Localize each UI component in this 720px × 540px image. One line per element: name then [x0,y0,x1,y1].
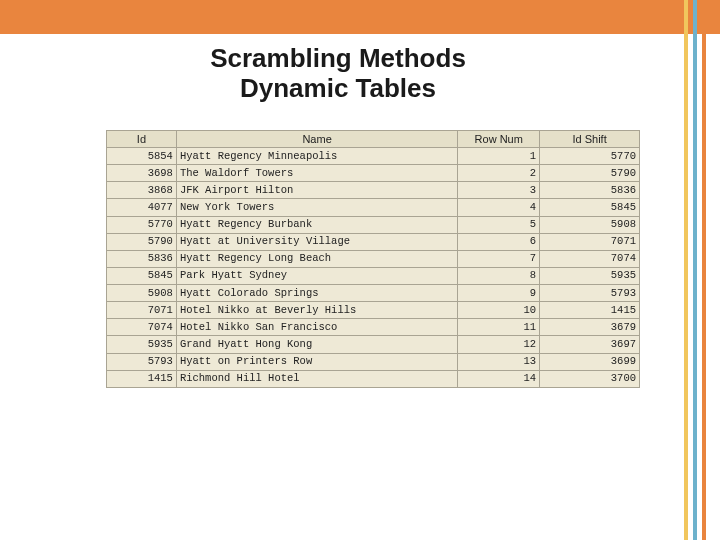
table-row: 3698The Waldorf Towers25790 [107,165,640,182]
cell-id: 7071 [107,302,177,319]
cell-idshift: 1415 [540,302,640,319]
table-row: 5854Hyatt Regency Minneapolis15770 [107,148,640,165]
table-row: 5836Hyatt Regency Long Beach77074 [107,250,640,267]
cell-idshift: 5908 [540,216,640,233]
cell-id: 5854 [107,148,177,165]
table-row: 5908Hyatt Colorado Springs95793 [107,285,640,302]
cell-id: 5836 [107,250,177,267]
cell-id: 7074 [107,319,177,336]
cell-rownum: 5 [458,216,540,233]
table-row: 5790Hyatt at University Village67071 [107,233,640,250]
table-row: 4077New York Towers45845 [107,199,640,216]
cell-rownum: 12 [458,336,540,353]
data-table: Id Name Row Num Id Shift 5854Hyatt Regen… [106,130,640,388]
cell-rownum: 8 [458,267,540,284]
cell-idshift: 5793 [540,285,640,302]
cell-rownum: 10 [458,302,540,319]
cell-idshift: 5845 [540,199,640,216]
cell-name: The Waldorf Towers [176,165,457,182]
title-line-2: Dynamic Tables [240,73,436,103]
side-accent-yellow [684,0,688,540]
table-row: 5935Grand Hyatt Hong Kong123697 [107,336,640,353]
table-container: Id Name Row Num Id Shift 5854Hyatt Regen… [106,130,640,388]
cell-name: Richmond Hill Hotel [176,370,457,387]
cell-name: Hyatt on Printers Row [176,353,457,370]
cell-name: Hotel Nikko San Francisco [176,319,457,336]
top-accent-bar [0,0,720,34]
cell-id: 5793 [107,353,177,370]
cell-idshift: 3700 [540,370,640,387]
cell-idshift: 3699 [540,353,640,370]
cell-rownum: 3 [458,182,540,199]
table-body: 5854Hyatt Regency Minneapolis157703698Th… [107,148,640,388]
cell-id: 5908 [107,285,177,302]
cell-idshift: 5770 [540,148,640,165]
cell-idshift: 7071 [540,233,640,250]
table-row: 7071Hotel Nikko at Beverly Hills101415 [107,302,640,319]
cell-rownum: 2 [458,165,540,182]
cell-rownum: 7 [458,250,540,267]
cell-idshift: 5790 [540,165,640,182]
side-accent-orange [702,0,706,540]
col-header-id: Id [107,131,177,148]
col-header-name: Name [176,131,457,148]
table-row: 5770Hyatt Regency Burbank55908 [107,216,640,233]
cell-rownum: 11 [458,319,540,336]
cell-rownum: 4 [458,199,540,216]
col-header-rownum: Row Num [458,131,540,148]
cell-idshift: 3697 [540,336,640,353]
col-header-idshift: Id Shift [540,131,640,148]
cell-rownum: 13 [458,353,540,370]
cell-rownum: 1 [458,148,540,165]
cell-name: Hyatt Colorado Springs [176,285,457,302]
cell-id: 4077 [107,199,177,216]
slide-title: Scrambling Methods Dynamic Tables [0,44,676,104]
cell-rownum: 9 [458,285,540,302]
cell-id: 3698 [107,165,177,182]
cell-id: 3868 [107,182,177,199]
table-row: 1415Richmond Hill Hotel143700 [107,370,640,387]
cell-name: Hyatt at University Village [176,233,457,250]
table-row: 7074Hotel Nikko San Francisco113679 [107,319,640,336]
cell-id: 5935 [107,336,177,353]
cell-id: 5770 [107,216,177,233]
title-line-1: Scrambling Methods [210,43,466,73]
cell-name: Hotel Nikko at Beverly Hills [176,302,457,319]
cell-rownum: 6 [458,233,540,250]
cell-name: Hyatt Regency Burbank [176,216,457,233]
cell-idshift: 7074 [540,250,640,267]
cell-name: Hyatt Regency Long Beach [176,250,457,267]
cell-id: 5790 [107,233,177,250]
cell-id: 5845 [107,267,177,284]
cell-rownum: 14 [458,370,540,387]
side-accent-blue [693,0,697,540]
cell-name: New York Towers [176,199,457,216]
table-row: 3868JFK Airport Hilton35836 [107,182,640,199]
cell-name: Grand Hyatt Hong Kong [176,336,457,353]
table-row: 5845Park Hyatt Sydney85935 [107,267,640,284]
table-row: 5793Hyatt on Printers Row133699 [107,353,640,370]
cell-name: Park Hyatt Sydney [176,267,457,284]
cell-name: Hyatt Regency Minneapolis [176,148,457,165]
cell-idshift: 3679 [540,319,640,336]
cell-name: JFK Airport Hilton [176,182,457,199]
cell-idshift: 5935 [540,267,640,284]
cell-id: 1415 [107,370,177,387]
cell-idshift: 5836 [540,182,640,199]
table-header-row: Id Name Row Num Id Shift [107,131,640,148]
slide: Scrambling Methods Dynamic Tables Id Nam… [0,0,720,540]
